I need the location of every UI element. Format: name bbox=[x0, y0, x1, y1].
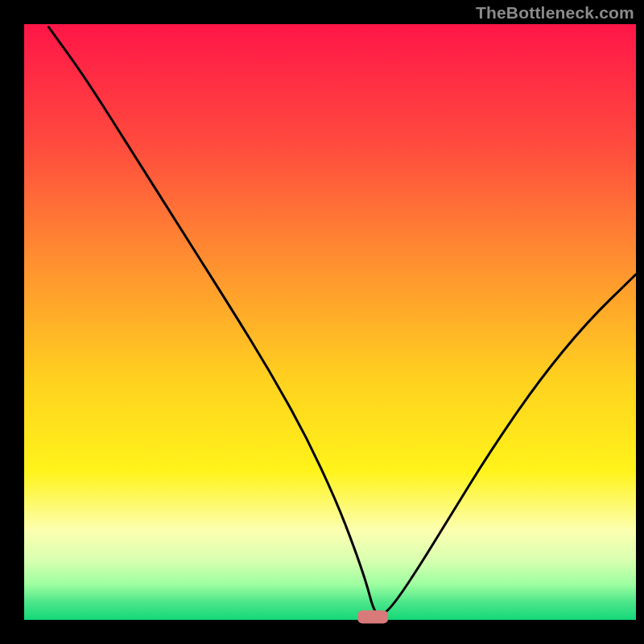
chart-frame: TheBottleneck.com bbox=[0, 0, 644, 644]
bottleneck-chart bbox=[0, 0, 644, 644]
watermark-label: TheBottleneck.com bbox=[476, 3, 634, 23]
optimal-point-marker bbox=[357, 610, 388, 623]
chart-background bbox=[24, 24, 636, 620]
